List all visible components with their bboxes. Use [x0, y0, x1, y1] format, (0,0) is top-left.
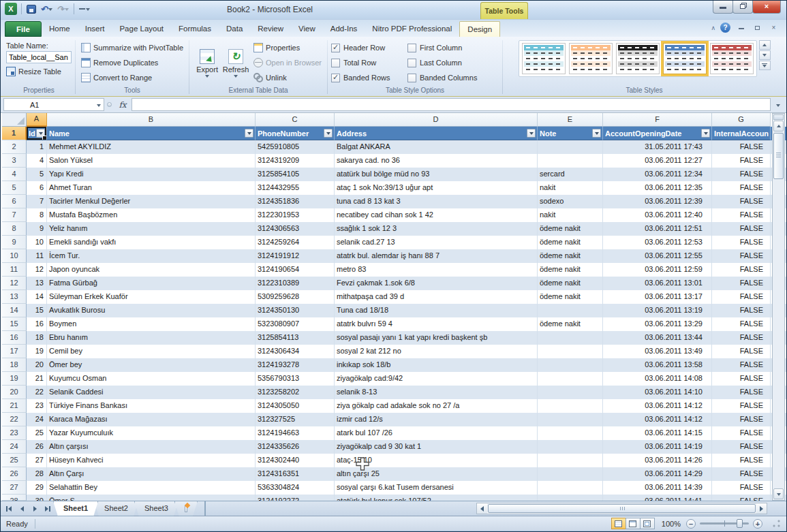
cell-address[interactable]: sosyal 2 kat 212 no: [335, 345, 538, 358]
workbook-restore-button[interactable]: [752, 23, 763, 33]
cell-name[interactable]: Süleyman Erkek Kuaför: [47, 290, 256, 304]
cell-note[interactable]: [538, 413, 603, 426]
cell-internal[interactable]: FALSE: [712, 454, 771, 467]
cell-id[interactable]: 9: [27, 222, 47, 236]
cell-note[interactable]: [538, 331, 603, 345]
cell-id[interactable]: 18: [27, 331, 47, 345]
scroll-down-button[interactable]: [773, 488, 784, 499]
name-box-dropdown-icon[interactable]: [97, 104, 101, 107]
style-option-checkbox[interactable]: First Column: [407, 44, 499, 52]
cell-date[interactable]: 03.06.2011 12:55: [603, 249, 712, 263]
zoom-track[interactable]: [700, 522, 749, 525]
cell-date[interactable]: 03.06.2011 12:40: [603, 208, 712, 222]
undo-button[interactable]: [40, 3, 53, 15]
cell-address[interactable]: inkıkap sok 18/b: [335, 358, 538, 372]
cell-internal[interactable]: FALSE: [712, 317, 771, 331]
row-header[interactable]: 24: [2, 440, 27, 454]
sheet-tab[interactable]: Sheet3: [134, 501, 179, 516]
cell-address[interactable]: ziya gökalp cad adakale sok no 27 /a: [335, 399, 538, 413]
cell-note[interactable]: nakit: [538, 181, 603, 195]
save-button[interactable]: [26, 3, 37, 15]
cell-phone[interactable]: 312327525: [256, 413, 335, 426]
cell-date[interactable]: 03.06.2011 13:49: [603, 345, 712, 358]
cell-id[interactable]: 30: [27, 495, 47, 501]
cell-internal[interactable]: FALSE: [712, 140, 771, 154]
table-style-swatch[interactable]: [710, 43, 754, 74]
customize-qat-button[interactable]: [78, 3, 91, 15]
cell-date[interactable]: 03.06.2011 13:01: [603, 277, 712, 290]
name-box-resize-handle[interactable]: [104, 98, 114, 111]
cell-name[interactable]: Cemil bey: [47, 345, 256, 358]
minimize-ribbon-icon[interactable]: ∧: [711, 25, 715, 31]
row-header[interactable]: 25: [2, 454, 27, 467]
row-header[interactable]: 23: [2, 426, 27, 440]
insert-worksheet-tab[interactable]: [174, 501, 198, 516]
zoom-level[interactable]: 100%: [662, 520, 681, 528]
cell-name[interactable]: İcem Tur.: [47, 249, 256, 263]
cell-id[interactable]: 1: [27, 140, 47, 154]
cell-note[interactable]: sercard: [538, 168, 603, 181]
cell-phone[interactable]: 3122310389: [256, 277, 335, 290]
cell-note[interactable]: ödeme nakit: [538, 222, 603, 236]
cell-note[interactable]: [538, 454, 603, 467]
cell-internal[interactable]: FALSE: [712, 222, 771, 236]
cell-date[interactable]: 03.06.2011 12:34: [603, 168, 712, 181]
cell-date[interactable]: 03.06.2011 14:12: [603, 399, 712, 413]
row-header[interactable]: 10: [2, 249, 27, 263]
cell-address[interactable]: sakarya cad. no 36: [335, 154, 538, 168]
cell-note[interactable]: [538, 358, 603, 372]
table-header-cell[interactable]: Id: [27, 127, 47, 140]
cell-internal[interactable]: FALSE: [712, 372, 771, 386]
cell-name[interactable]: Karaca Mağazası: [47, 413, 256, 426]
tools-button[interactable]: Remove Duplicates: [79, 55, 185, 70]
row-header[interactable]: 3: [2, 154, 27, 168]
zoom-in-button[interactable]: +: [753, 519, 762, 529]
cell-phone[interactable]: 3125854105: [256, 168, 335, 181]
ribbon-tab[interactable]: Formulas: [171, 21, 219, 37]
style-option-checkbox[interactable]: Total Row: [331, 59, 407, 67]
cell-phone[interactable]: 3124191912: [256, 249, 335, 263]
cell-note[interactable]: [538, 140, 603, 154]
cell-id[interactable]: 19: [27, 345, 47, 358]
cell-internal[interactable]: FALSE: [712, 331, 771, 345]
cell-date[interactable]: 03.06.2011 12:35: [603, 181, 712, 195]
undo-dropdown-icon[interactable]: [48, 8, 52, 11]
cell-id[interactable]: 10: [27, 236, 47, 249]
cell-name[interactable]: Altın Çarşı: [47, 467, 256, 481]
cell-note[interactable]: [538, 440, 603, 454]
cell-phone[interactable]: 3125854113: [256, 331, 335, 345]
cell-internal[interactable]: FALSE: [712, 399, 771, 413]
cell-address[interactable]: izmir cad 12/s: [335, 413, 538, 426]
column-header[interactable]: A: [27, 113, 47, 127]
cell-internal[interactable]: FALSE: [712, 345, 771, 358]
table-header-cell[interactable]: PhoneNumber: [256, 127, 335, 140]
cell-address[interactable]: tuna cad 8 13 kat 3: [335, 195, 538, 208]
cell-date[interactable]: 03.06.2011 14:41: [603, 495, 712, 501]
scroll-up-button[interactable]: [773, 121, 784, 131]
cell-internal[interactable]: FALSE: [712, 263, 771, 277]
cell-name[interactable]: Mustafa Başbözmen: [47, 208, 256, 222]
cell-id[interactable]: 26: [27, 440, 47, 454]
row-header[interactable]: 2: [2, 140, 27, 154]
cell-address[interactable]: sosyal pasajı yanı 1 kat yapı kredi başk…: [335, 331, 538, 345]
cell-address[interactable]: Balgat ANKARA: [335, 140, 538, 154]
table-style-swatch[interactable]: [569, 43, 613, 74]
cell-phone[interactable]: 3124192272: [256, 495, 335, 501]
row-header[interactable]: 16: [2, 331, 27, 345]
cell-id[interactable]: 16: [27, 317, 47, 331]
cell-name[interactable]: Selahattin Bey: [47, 481, 256, 495]
cell-id[interactable]: 28: [27, 467, 47, 481]
filter-button[interactable]: [527, 129, 536, 138]
table-header-cell[interactable]: InternalAccoun: [712, 127, 771, 140]
cell-date[interactable]: 03.06.2011 13:19: [603, 304, 712, 317]
cell-date[interactable]: 03.06.2011 14:29: [603, 467, 712, 481]
help-icon[interactable]: ?: [720, 22, 730, 33]
column-header[interactable]: B: [47, 113, 256, 127]
cell-address[interactable]: Tuna cad 18/18: [335, 304, 538, 317]
ribbon-tab[interactable]: Nitro PDF Professional: [365, 21, 459, 37]
table-style-swatch[interactable]: [663, 43, 707, 74]
tools-button[interactable]: Summarize with PivotTable: [79, 40, 185, 55]
cell-phone[interactable]: 3124190654: [256, 263, 335, 277]
cell-name[interactable]: Tacirler Menkul Değerler: [47, 195, 256, 208]
scroll-left-button[interactable]: [477, 503, 487, 514]
